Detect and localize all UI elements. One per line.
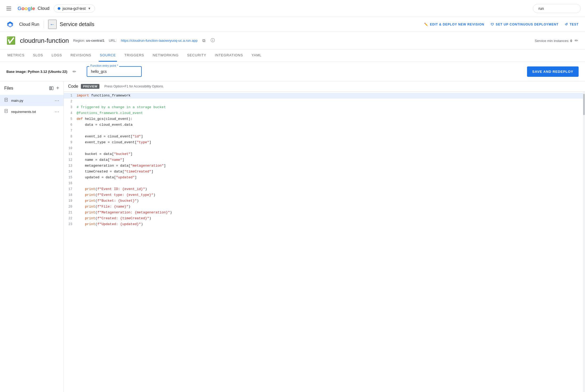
project-name: jscma-gcf-test (62, 6, 86, 11)
code-line-17: 17 print(f"Event ID: {event_id}") (64, 186, 583, 192)
service-url[interactable]: https://cloudrun-function-laaowvyuoq-uc.… (121, 39, 198, 43)
code-scrollbar[interactable] (583, 92, 585, 392)
line-content-9: event_type = cloud_event["type"] (77, 140, 583, 145)
tab-integrations[interactable]: INTEGRATIONS (214, 49, 244, 62)
files-header-icons: + (49, 85, 59, 91)
line-num-11: 11 (64, 151, 77, 157)
tab-slos[interactable]: SLOS (32, 49, 44, 62)
code-editor[interactable]: 1 import functions_framework 2 3 # Trigg… (64, 92, 583, 392)
code-line-4: 4 @functions_framework.cloud_event (64, 110, 583, 116)
svg-rect-4 (52, 87, 53, 90)
code-line-19: 19 print(f"Bucket: {bucket}") (64, 198, 583, 204)
code-line-3: 3 # Triggered by a change in a storage b… (64, 104, 583, 110)
code-line-20: 20 print(f"File: {name}") (64, 204, 583, 210)
code-editor-inner: 1 import functions_framework 2 3 # Trigg… (64, 92, 583, 228)
region-label: Region: us-central1 (73, 39, 105, 43)
file-item-requirements[interactable]: requirements.txt ⋯ (0, 106, 64, 117)
top-nav: Google Cloud jscma-gcf-test ▼ (0, 0, 585, 17)
line-content-7 (77, 128, 583, 134)
code-panel: Code PREVIEW Press Option+F1 for Accessi… (64, 81, 585, 392)
code-line-9: 9 event_type = cloud_event["type"] (64, 140, 583, 145)
code-scrollbar-thumb[interactable] (583, 94, 585, 115)
code-line-13: 13 metageneration = data["metageneration… (64, 163, 583, 169)
service-function-name: cloudrun-function (20, 37, 69, 44)
line-content-15: updated = data["updated"] (77, 175, 583, 180)
line-num-20: 20 (64, 204, 77, 210)
tab-security[interactable]: SECURITY (186, 49, 207, 62)
divider (44, 21, 44, 28)
base-image-prefix: Base image: (6, 70, 28, 74)
line-content-4: @functions_framework.cloud_event (77, 110, 583, 116)
code-title: Code (68, 84, 78, 89)
line-content-20: print(f"File: {name}") (77, 204, 583, 210)
collapse-panel-icon[interactable] (49, 86, 54, 91)
code-scroll-container: 1 import functions_framework 2 3 # Trigg… (64, 92, 585, 392)
google-cloud-logo[interactable]: Google Cloud (18, 6, 49, 11)
code-line-16: 16 (64, 180, 583, 186)
save-redeploy-button[interactable]: SAVE AND REDEPLOY (527, 66, 579, 77)
function-entry-label: Function entry point * (89, 64, 119, 67)
hamburger-menu[interactable] (4, 5, 13, 12)
tab-yaml[interactable]: YAML (250, 49, 263, 62)
continuous-deploy-label: SET UP CONTINUOUS DEPLOYMENT (496, 23, 558, 26)
code-line-23: 23 print(f"Updated: {updated}") (64, 221, 583, 227)
preview-badge: PREVIEW (81, 84, 99, 89)
info-icon[interactable]: ⓘ (210, 37, 215, 44)
copy-icon[interactable]: ⧉ (202, 38, 206, 44)
project-dot (58, 7, 60, 10)
line-content-13: metageneration = data["metageneration"] (77, 163, 583, 169)
search-input[interactable] (533, 4, 581, 13)
file-menu-requirements[interactable]: ⋯ (55, 109, 59, 115)
test-btn[interactable]: ↺ TEST (565, 22, 579, 26)
base-image-label: Base image: Python 3.12 (Ubuntu 22) (6, 70, 67, 74)
tab-networking[interactable]: NETWORKING (152, 49, 180, 62)
edit-instances-icon[interactable]: ✏ (574, 38, 579, 43)
cloud-run-logo (6, 21, 14, 28)
line-num-7: 7 (64, 128, 77, 134)
base-image-value: Python 3.12 (Ubuntu 22) (28, 70, 67, 74)
add-file-icon[interactable]: + (56, 85, 59, 91)
file-item-mainpy[interactable]: main.py ⋯ (0, 95, 64, 106)
code-line-2: 2 (64, 99, 583, 104)
code-line-7: 7 (64, 128, 583, 134)
edit-deploy-label: EDIT & DEPLOY NEW REVISION (430, 23, 484, 26)
code-line-15: 15 updated = data["updated"] (64, 175, 583, 180)
url-label: URL: (109, 39, 117, 43)
edit-deploy-btn[interactable]: ✏️ EDIT & DEPLOY NEW REVISION (424, 23, 484, 26)
accessibility-hint: Press Option+F1 for Accessibility Option… (104, 85, 164, 88)
line-num-15: 15 (64, 175, 77, 180)
line-num-9: 9 (64, 140, 77, 145)
file-menu-mainpy[interactable]: ⋯ (55, 98, 59, 103)
service-meta: Region: us-central1 URL: https://cloudru… (73, 37, 215, 44)
line-content-21: print(f"Metageneration: {metageneration}… (77, 210, 583, 216)
line-content-17: print(f"Event ID: {event_id}") (77, 186, 583, 192)
line-content-3: # Triggered by a change in a storage buc… (77, 104, 583, 110)
line-content-1: import functions_framework (77, 93, 583, 99)
page-title: Service details (60, 21, 94, 27)
chevron-down-icon: ▼ (88, 7, 91, 10)
code-line-22: 22 print(f"Created: {timeCreated}") (64, 216, 583, 221)
tab-logs[interactable]: LOGS (51, 49, 63, 62)
code-line-5: 5 def hello_gcs(cloud_event): (64, 116, 583, 122)
continuous-deploy-btn[interactable]: 🛡 SET UP CONTINUOUS DEPLOYMENT (491, 23, 558, 26)
files-header: Files + (0, 81, 64, 95)
tab-metrics[interactable]: METRICS (6, 49, 26, 62)
base-image-edit-icon[interactable]: ✏ (73, 69, 76, 74)
line-num-19: 19 (64, 198, 77, 204)
line-num-8: 8 (64, 134, 77, 140)
project-selector[interactable]: jscma-gcf-test ▼ (54, 5, 95, 12)
line-num-5: 5 (64, 116, 77, 122)
function-entry-input[interactable] (87, 66, 142, 77)
function-entry-group: Function entry point * (87, 66, 142, 77)
line-num-3: 3 (64, 104, 77, 110)
file-list: main.py ⋯ requirements.txt ⋯ (0, 95, 64, 392)
line-content-22: print(f"Created: {timeCreated}") (77, 216, 583, 221)
tabs-bar: METRICS SLOS LOGS REVISIONS SOURCE TRIGG… (0, 49, 585, 62)
back-button[interactable]: ← (48, 20, 57, 29)
line-num-18: 18 (64, 192, 77, 198)
tab-revisions[interactable]: REVISIONS (69, 49, 92, 62)
tab-triggers[interactable]: TRIGGERS (123, 49, 145, 62)
tab-source[interactable]: SOURCE (99, 49, 117, 62)
test-label: TEST (570, 23, 579, 26)
line-num-23: 23 (64, 221, 77, 227)
